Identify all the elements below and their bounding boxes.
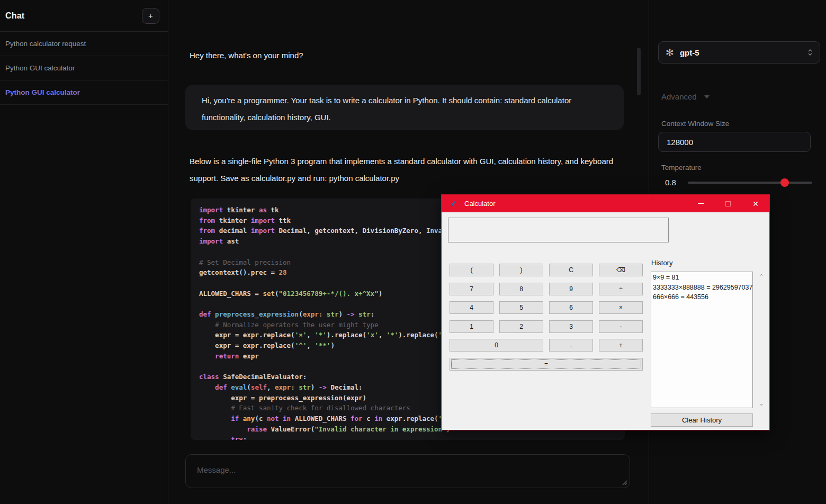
calculator-window: Calculator ✕ ()C⌫789÷456×123-0.+= Histor… [441,194,770,430]
window-controls: ✕ [687,195,769,212]
sidebar-chat-item-1[interactable]: Python GUI calculator [0,56,168,80]
calc-button-1[interactable]: 1 [450,320,493,333]
history-scroll-up-icon[interactable]: ⌃ [758,274,765,280]
calc-button-0[interactable]: 0 [450,339,543,352]
sidebar-header: Chat + [0,0,168,32]
openai-logo-icon: ✻ [666,48,674,58]
temperature-label: Temperature [661,164,702,172]
clear-history-label: Clear History [682,416,722,424]
history-listbox[interactable]: 9×9 = 813333333×888888 = 296295970370666… [651,272,753,408]
new-chat-button[interactable]: + [142,8,159,24]
calc-button-C[interactable]: C [549,264,593,276]
calculator-title: Calculator [464,200,496,208]
calc-button-7[interactable]: 7 [450,283,493,295]
minimize-button[interactable] [687,195,714,212]
calc-button-8[interactable]: 8 [499,283,543,295]
advanced-label: Advanced [661,92,697,101]
model-selector[interactable]: ✻ gpt-5 [658,41,820,64]
calc-button-)[interactable]: ) [499,264,543,276]
calc-button-5[interactable]: 5 [499,301,543,314]
calc-button-9[interactable]: 9 [549,283,593,295]
chevron-down-icon [704,95,710,98]
temperature-slider[interactable] [688,182,812,184]
user-message-bubble: Hi, you're a programmer. Your task is to… [185,85,624,130]
temperature-slider-knob[interactable] [780,178,789,187]
calculator-keypad: ()C⌫789÷456×123-0.+= [450,264,643,371]
code-line: try: [199,434,616,440]
history-item[interactable]: 9×9 = 81 [653,273,751,283]
sidebar-title: Chat [5,11,24,21]
chat-sidebar: Chat + Python calculator requestPython G… [0,0,168,504]
history-item[interactable]: 3333333×888888 = 296295970370 [653,283,751,293]
sidebar-chat-item-0[interactable]: Python calculator request [0,32,168,56]
history-scroll-down-icon[interactable]: ⌄ [758,401,765,407]
chat-list: Python calculator requestPython GUI calc… [0,32,168,105]
assistant-message: Below is a single-file Python 3 program … [190,153,616,187]
calc-button-÷[interactable]: ÷ [599,283,643,295]
calculator-titlebar[interactable]: Calculator ✕ [442,195,769,212]
calc-button-3[interactable]: 3 [549,320,593,333]
advanced-toggle[interactable]: Advanced [661,92,710,101]
model-name: gpt-5 [680,48,699,57]
calc-button-⌫[interactable]: ⌫ [599,264,643,276]
tk-feather-icon [450,200,457,208]
maximize-icon [725,201,731,206]
assistant-greeting: Hey there, what's on your mind? [190,51,303,60]
message-input[interactable] [186,455,630,488]
minimize-icon [698,203,704,204]
calc-button--[interactable]: - [599,320,643,333]
calc-button-.[interactable]: . [549,339,593,352]
calc-button-6[interactable]: 6 [549,301,593,314]
calc-button-([interactable]: ( [450,264,493,276]
plus-icon: + [148,11,153,20]
calc-button-=[interactable]: = [450,358,643,371]
clear-history-button[interactable]: Clear History [651,413,753,427]
maximize-button[interactable] [714,195,742,212]
history-label: History [651,259,672,267]
history-item[interactable]: 666×666 = 443556 [653,292,751,302]
chevron-up-down-icon [807,48,813,57]
sidebar-chat-item-2[interactable]: Python GUI calculator [0,80,168,105]
message-composer [185,454,630,488]
calc-button-×[interactable]: × [599,301,643,314]
chat-scrollbar-thumb[interactable] [637,48,641,95]
close-icon: ✕ [752,200,759,208]
temperature-value: 0.8 [665,178,676,187]
resize-handle-icon[interactable] [622,480,627,485]
context-window-input[interactable] [658,132,811,152]
calc-button-+[interactable]: + [599,339,643,352]
calc-button-4[interactable]: 4 [450,301,493,314]
close-button[interactable]: ✕ [742,195,769,212]
header-divider [169,32,649,32]
calculator-display[interactable] [448,218,669,242]
calc-button-2[interactable]: 2 [499,320,543,333]
context-window-label: Context Window Size [661,120,729,128]
